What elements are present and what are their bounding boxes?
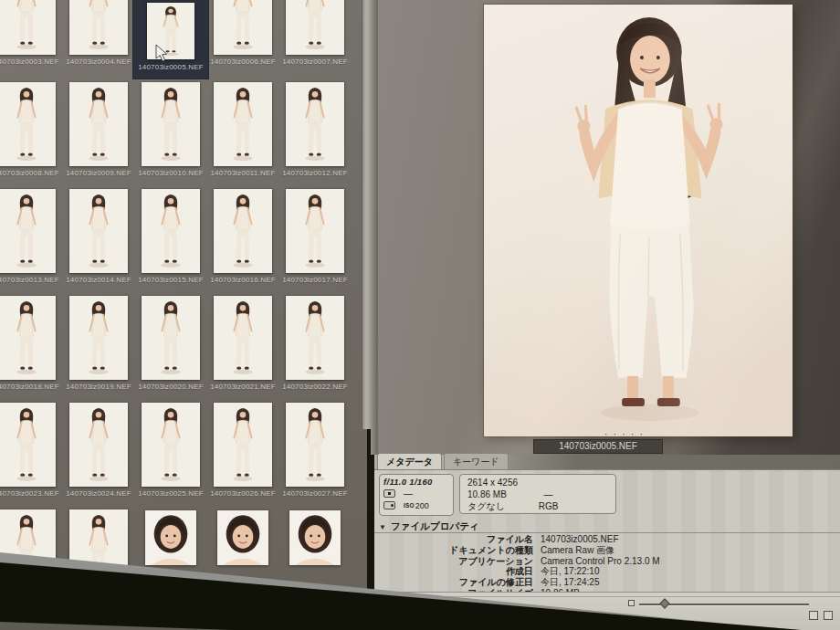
- thumbnail-filename: 140703iz0008.NEF: [0, 169, 60, 177]
- thumbnail-filename: 140703iz0023.NEF: [0, 489, 60, 498]
- thumbnail-filename: 140703iz0019.NEF: [65, 383, 132, 391]
- thumbnail[interactable]: [65, 509, 132, 593]
- slider-handle[interactable]: [659, 598, 669, 608]
- metadata-tabbar: メタデータ キーワード: [374, 455, 840, 470]
- property-row: ファイルの修正日今日, 17:24:25: [374, 577, 836, 588]
- property-label: 作成日: [374, 566, 541, 577]
- thumbnail-140703iz0021[interactable]: 140703iz0021.NEF: [209, 296, 277, 391]
- property-value: 今日, 17:22:10: [541, 566, 599, 577]
- thumbnail-140703iz0018[interactable]: 140703iz0018.NEF: [0, 296, 60, 391]
- thumbnail-image: [0, 189, 56, 273]
- thumbnail-image: [69, 189, 128, 273]
- thumbnail-140703iz0004[interactable]: 140703iz0004.NEF: [65, 0, 132, 66]
- thumbnail-140703iz0020[interactable]: 140703iz0020.NEF: [137, 296, 205, 391]
- dimensions-value: 2614 x 4256: [467, 477, 608, 488]
- thumbnail-filename: 140703iz0021.NEF: [209, 383, 277, 391]
- iso-value: 200: [415, 501, 429, 510]
- thumbnail-140703iz0024[interactable]: 140703iz0024.NEF: [65, 403, 132, 498]
- mouse-cursor-icon: [155, 44, 168, 62]
- thumbnail[interactable]: [281, 509, 349, 565]
- thumbnail[interactable]: [137, 509, 205, 565]
- thumbnail-140703iz0022[interactable]: 140703iz0022.NEF: [281, 296, 349, 391]
- thumbnail-size-slider[interactable]: [639, 595, 809, 612]
- exposure-icon: [383, 501, 395, 509]
- thumbnail-image: [142, 82, 200, 166]
- thumbnail[interactable]: [0, 509, 60, 593]
- thumbnail-filename: 140703iz0026.NEF: [209, 489, 277, 498]
- thumbnail-140703iz0026[interactable]: 140703iz0026.NEF: [209, 403, 277, 498]
- thumbnail-image: [286, 0, 344, 55]
- thumbnail-140703iz0027[interactable]: 140703iz0027.NEF: [281, 403, 349, 498]
- thumbnail-image: [69, 82, 128, 166]
- thumbnail-140703iz0017[interactable]: 140703iz0017.NEF: [281, 189, 349, 284]
- thumbnail-140703iz0006[interactable]: 140703iz0006.NEF: [209, 0, 277, 66]
- preview-photo[interactable]: [484, 5, 793, 436]
- tags-value: タグなし: [467, 501, 505, 511]
- exposure-box: f/11.0 1/160 — ISO 200: [379, 474, 454, 516]
- thumbnail-140703iz0009[interactable]: 140703iz0009.NEF: [65, 82, 132, 177]
- thumbnail-140703iz0013[interactable]: 140703iz0013.NEF: [0, 189, 60, 284]
- view-grid-button[interactable]: [809, 611, 818, 620]
- vertical-scrollbar[interactable]: [362, 0, 371, 429]
- thumbnail-140703iz0005[interactable]: 140703iz0005.NEF: [133, 0, 208, 79]
- view-detail-button[interactable]: [824, 611, 833, 620]
- thumbnail-image: [286, 296, 344, 380]
- thumbnail-140703iz0003[interactable]: 140703iz0003.NEF: [0, 0, 60, 66]
- thumbnail-image: [214, 0, 272, 55]
- thumbnail-image: [147, 3, 194, 59]
- colormode-value: RGB: [539, 500, 559, 512]
- thumbnail-filename: 140703iz0003.NEF: [0, 58, 60, 66]
- thumbnail-filename: 140703iz0018.NEF: [0, 383, 60, 391]
- thumbnail-filename: 140703iz0011.NEF: [209, 169, 277, 177]
- thumbnail-image: [145, 510, 196, 565]
- aperture-value: f/11.0: [383, 477, 406, 487]
- thumbnail-filename: 140703iz0015.NEF: [137, 276, 205, 284]
- thumbnail-image: [0, 0, 56, 55]
- thumbnail-filename: 140703iz0022.NEF: [281, 383, 349, 391]
- thumbnail-140703iz0012[interactable]: 140703iz0012.NEF: [281, 82, 349, 177]
- thumbnail-140703iz0025[interactable]: 140703iz0025.NEF: [137, 403, 205, 498]
- thumbnail-filename: 140703iz0027.NEF: [281, 489, 349, 498]
- metering-icon: [383, 489, 395, 498]
- thumbnail-image: [69, 0, 128, 55]
- property-value: Camera Raw 画像: [541, 545, 614, 556]
- thumbnail-filename: 140703iz0012.NEF: [281, 169, 349, 177]
- thumbnail-140703iz0007[interactable]: 140703iz0007.NEF: [281, 0, 349, 66]
- tab-metadata[interactable]: メタデータ: [377, 453, 442, 469]
- thumbnail-image: [286, 82, 344, 166]
- preview-filename-badge: 140703iz0005.NEF: [533, 439, 663, 454]
- thumbnail-filename: 140703iz0025.NEF: [137, 489, 205, 498]
- rating-dots: ·····: [581, 428, 672, 439]
- thumbnail-140703iz0014[interactable]: 140703iz0014.NEF: [65, 189, 132, 284]
- pane-divider: [371, 0, 378, 455]
- thumbnail-image: [142, 189, 200, 273]
- status-bar: [367, 592, 840, 630]
- file-properties-list: ファイル名140703iz0005.NEFドキュメントの種類Camera Raw…: [374, 533, 840, 599]
- thumbnail-filename: 140703iz0024.NEF: [65, 489, 132, 498]
- file-properties-section[interactable]: ▼ ファイルプロパティ: [374, 520, 840, 533]
- thumbnail-filename: 140703iz0010.NEF: [137, 169, 205, 177]
- preview-pane: ····· 140703iz0005.NEF: [378, 0, 840, 455]
- property-row: 作成日今日, 17:22:10: [374, 566, 836, 577]
- file-info-box: 2614 x 4256 10.86 MB — タグなし RGB: [459, 474, 616, 514]
- thumbnail-140703iz0015[interactable]: 140703iz0015.NEF: [137, 189, 205, 284]
- thumbnail-140703iz0016[interactable]: 140703iz0016.NEF: [209, 189, 277, 284]
- thumbnail-filename: 140703iz0020.NEF: [137, 383, 205, 391]
- thumbnail-140703iz0019[interactable]: 140703iz0019.NEF: [65, 296, 132, 391]
- thumbnail-image: [214, 189, 272, 273]
- tab-keywords[interactable]: キーワード: [444, 453, 509, 469]
- property-label: ファイル名: [374, 534, 541, 545]
- property-value: 140703iz0005.NEF: [541, 534, 619, 545]
- thumbnail-image: [286, 403, 344, 487]
- thumbnail-140703iz0008[interactable]: 140703iz0008.NEF: [0, 82, 60, 177]
- collapse-triangle-icon: ▼: [379, 523, 386, 531]
- thumbnail-filename: 140703iz0013.NEF: [0, 276, 60, 284]
- thumbnail-small-icon: [628, 600, 635, 606]
- thumbnail-140703iz0010[interactable]: 140703iz0010.NEF: [137, 82, 205, 177]
- thumbnail-140703iz0011[interactable]: 140703iz0011.NEF: [209, 82, 277, 177]
- section-title: ファイルプロパティ: [391, 520, 479, 533]
- thumbnail-140703iz0023[interactable]: 140703iz0023.NEF: [0, 403, 60, 498]
- thumbnail-image: [214, 403, 272, 487]
- thumbnail[interactable]: [209, 509, 277, 565]
- thumbnail-image: [286, 189, 344, 273]
